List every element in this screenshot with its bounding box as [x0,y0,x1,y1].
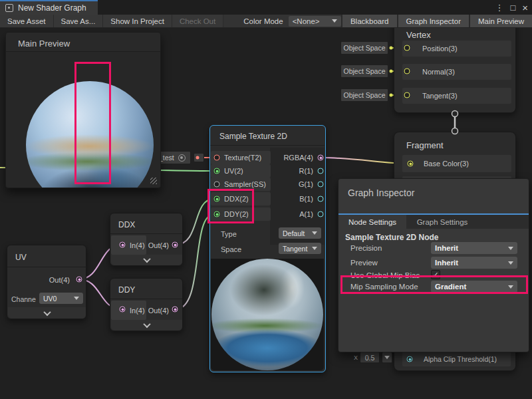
vertex-node[interactable]: Vertex Position(3) Normal(3) Tangent(3) [394,19,516,113]
channel-dropdown[interactable]: UV0 [39,293,83,304]
g-output-label: G(1) [299,180,313,188]
texture-port-icon[interactable] [214,155,220,161]
document-tab[interactable]: New Shader Graph [0,0,98,15]
output-row-r[interactable]: R(1) [271,164,313,178]
resize-grip-icon[interactable] [150,178,157,184]
dropdown-arrow-icon [508,261,513,265]
base-color-port-icon[interactable] [408,161,414,167]
output-row-b[interactable]: B(1) [271,192,313,205]
b-output-label: B(1) [299,195,313,203]
fragment-alphaclip-row[interactable]: Alpha Clip Threshold(1) [402,351,511,366]
chip-port-icon[interactable] [390,94,393,97]
input-row-texture[interactable]: Texture(T2) [211,151,271,164]
inspector-tabbar: Node Settings Graph Settings [338,215,529,229]
object-space-chip[interactable]: Object Space [340,88,388,102]
port-label-normal: Normal(3) [422,68,455,76]
tangent-port-icon[interactable] [404,92,410,98]
preview-value: Inherit [435,259,458,267]
ddx-out-port-icon[interactable] [172,242,178,248]
ddy-in-label: In(4) [130,307,145,315]
input-row-uv[interactable]: UV(2) [211,164,271,178]
vertex-port-row[interactable]: Normal(3) [402,64,511,80]
dropdown-arrow-icon [332,19,337,23]
collapse-chevron-icon [43,308,51,315]
check-out-button[interactable]: Check Out [172,15,223,27]
alpha-value-dropdown[interactable] [382,352,392,363]
r-port-icon[interactable] [318,168,324,174]
normal-port-icon[interactable] [404,68,410,74]
ddy-out-port-icon[interactable] [172,307,178,313]
ddy-in-row[interactable]: In(4) [111,301,146,320]
chip-port-icon[interactable] [390,47,393,50]
property-port-icon[interactable] [196,156,200,160]
position-port-icon[interactable] [404,45,410,51]
show-in-project-button[interactable]: Show In Project [103,15,172,27]
fragment-node-title: Fragment [406,140,444,150]
dropdown-arrow-icon [312,247,317,250]
r-output-label: R(1) [299,167,313,175]
sample-texture-2d-node[interactable]: Sample Texture 2D Texture(T2) UV(2) Samp… [209,125,326,372]
main-preview-toggle[interactable]: Main Preview [469,15,532,27]
fragment-basecolor-row[interactable]: Base Color(3) [402,155,511,172]
collapse-chevron-icon [143,255,150,263]
uv-out-port-icon[interactable] [76,277,82,283]
graph-inspector-toggle[interactable]: Graph Inspector [397,15,469,27]
chip-port-icon[interactable] [390,70,393,73]
vertex-node-title: Vertex [406,30,431,40]
ddx-in-port-icon[interactable] [120,242,126,248]
ddx-collapse-button[interactable] [111,255,182,265]
graph-inspector-title: Graph Inspector [348,188,414,198]
ddx-node[interactable]: DDX In(4) Out(4) [110,213,183,266]
g-port-icon[interactable] [318,182,324,188]
tab-graph-settings[interactable]: Graph Settings [407,215,477,229]
ddx-in-label: In(4) [130,241,145,249]
ddy-node[interactable]: DDY In(4) Out(4) [110,278,183,331]
toolbar: Save Asset Save As... Show In Project Ch… [0,15,532,28]
sampler-input-label: Sampler(SS) [224,180,266,188]
object-space-chip[interactable]: Object Space [340,41,388,55]
color-mode-dropdown[interactable]: <None> [289,16,341,27]
port-label-tangent: Tangent(3) [422,92,458,100]
save-asset-button[interactable]: Save Asset [0,15,54,27]
uv-node-title: UV [15,253,27,262]
output-row-a[interactable]: A(1) [271,207,313,221]
divider [110,233,182,234]
save-as-button[interactable]: Save As... [54,15,104,27]
a-port-icon[interactable] [318,211,324,217]
highlight-preview-region [74,62,111,184]
uv-collapse-button[interactable] [8,307,86,319]
uv-port-icon[interactable] [214,168,220,174]
document-tab-title: New Shader Graph [18,3,86,13]
graph-inspector-panel[interactable]: Graph Inspector Node Settings Graph Sett… [338,178,529,352]
uv-out-label: Out(4) [49,276,70,284]
vertex-port-row[interactable]: Position(3) [402,41,511,57]
space-value: Tangent [283,245,307,253]
object-space-chip[interactable]: Object Space [340,65,388,78]
shader-graph-window: Vertex Position(3) Normal(3) Tangent(3) … [0,0,532,399]
output-row-g[interactable]: G(1) [271,178,313,191]
vertex-port-row[interactable]: Tangent(3) [402,88,511,104]
rgba-port-icon[interactable] [318,155,324,161]
ddy-collapse-button[interactable] [111,320,182,331]
ddy-in-port-icon[interactable] [120,307,126,313]
maximize-icon[interactable]: □ [510,3,515,13]
alpha-x-label: X [354,354,358,361]
space-dropdown[interactable]: Tangent [279,243,321,254]
alpha-value-chip[interactable]: 0.5 [360,352,380,363]
tab-node-settings[interactable]: Node Settings [338,215,406,229]
channel-value: UV0 [43,295,57,303]
b-port-icon[interactable] [318,196,324,202]
blackboard-toggle[interactable]: Blackboard [341,15,397,27]
menu-kebab-icon[interactable]: ⋮ [495,3,503,13]
close-icon[interactable]: × [522,2,528,13]
sampler-port-icon[interactable] [214,182,220,188]
output-row-rgba[interactable]: RGBA(4) [271,151,313,164]
a-output-label: A(1) [299,210,313,218]
alpha-clip-port-icon[interactable] [407,356,413,362]
type-value: Default [283,229,305,237]
type-dropdown[interactable]: Default [279,227,321,239]
preview-dropdown[interactable]: Inherit [431,257,517,269]
uv-node[interactable]: UV Out(4) Channe UV0 [7,245,86,319]
ddx-in-row[interactable]: In(4) [111,235,146,255]
precision-dropdown[interactable]: Inherit [431,242,517,254]
